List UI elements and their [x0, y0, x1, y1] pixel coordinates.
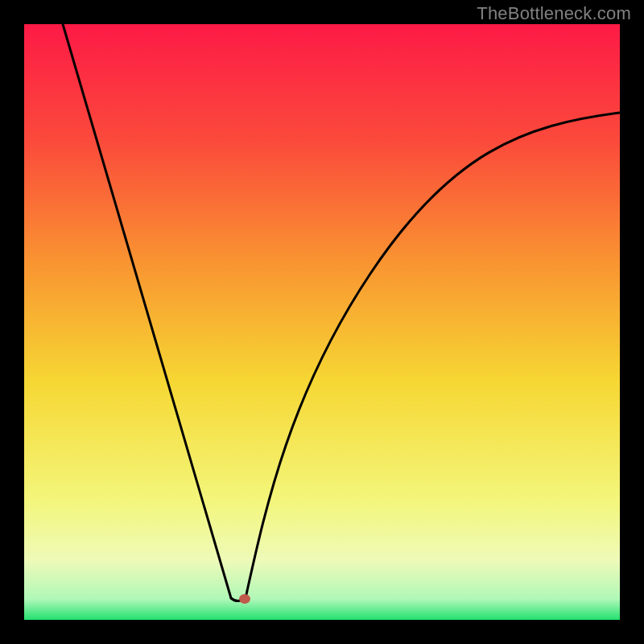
minimum-dot-marker — [239, 594, 250, 604]
chart-stage: TheBottleneck.com — [0, 0, 644, 644]
watermark-label: TheBottleneck.com — [477, 3, 631, 24]
chart-svg — [24, 24, 620, 620]
plot-area — [24, 24, 620, 620]
gradient-background — [24, 24, 620, 620]
